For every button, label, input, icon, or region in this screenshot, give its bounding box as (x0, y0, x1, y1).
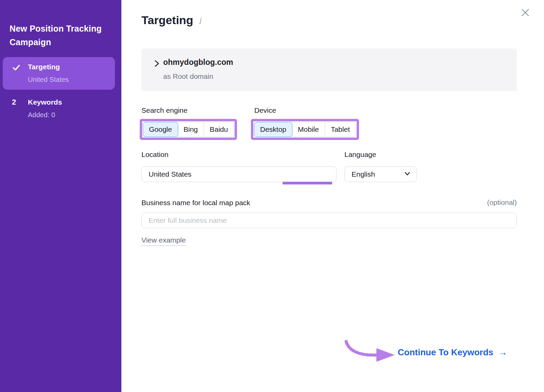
step-label-keywords: Keywords (28, 97, 62, 107)
domain-scope: as Root domain (163, 72, 213, 81)
domain-panel[interactable]: ohmydogblog.com as Root domain (141, 49, 517, 91)
segment-desktop[interactable]: Desktop (254, 122, 292, 137)
annotation-arrow-icon (343, 339, 399, 364)
step-sublabel-targeting: United States (28, 75, 69, 84)
campaign-title: New Position Tracking Campaign (10, 22, 118, 49)
device-control: Desktop Mobile Tablet (254, 122, 356, 137)
location-annotation-underline (283, 182, 332, 184)
location-label: Location (141, 150, 168, 159)
info-icon[interactable]: i (198, 16, 201, 26)
location-input[interactable] (141, 166, 337, 182)
continue-to-keywords-button[interactable]: Continue To Keywords → (398, 347, 507, 358)
segment-tablet[interactable]: Tablet (325, 122, 356, 137)
language-value: English (352, 170, 375, 178)
search-engine-annotation-box: Google Bing Baidu (140, 119, 237, 140)
sidebar-item-targeting[interactable]: Targeting United States (3, 57, 115, 90)
check-icon (12, 62, 22, 74)
search-engine-control: Google Bing Baidu (143, 122, 234, 137)
segment-bing[interactable]: Bing (178, 122, 204, 137)
new-campaign-modal: New Position Tracking Campaign Targeting… (0, 0, 544, 392)
language-select[interactable]: English (344, 166, 417, 182)
step-text: Targeting United States (28, 62, 69, 84)
arrow-right-icon: → (498, 348, 507, 357)
chevron-right-icon (153, 59, 161, 69)
step-text: Keywords Added: 0 (28, 97, 62, 119)
main-panel: Targeting i ohmydogblog.com as Root doma… (121, 0, 544, 392)
continue-label: Continue To Keywords (398, 347, 493, 358)
close-button[interactable] (518, 6, 532, 20)
language-label: Language (344, 150, 376, 159)
step-sublabel-keywords: Added: 0 (28, 110, 62, 119)
search-engine-label: Search engine (141, 106, 187, 115)
close-icon (519, 15, 531, 20)
segment-mobile[interactable]: Mobile (292, 122, 325, 137)
device-annotation-box: Desktop Mobile Tablet (251, 119, 359, 140)
sidebar: New Position Tracking Campaign Targeting… (0, 0, 121, 392)
view-example-link[interactable]: View example (141, 236, 186, 246)
business-name-input[interactable] (141, 213, 517, 228)
chevron-down-icon (404, 170, 411, 179)
domain-name: ohmydogblog.com (163, 58, 233, 67)
sidebar-item-keywords[interactable]: 2 Keywords Added: 0 (3, 92, 115, 125)
device-label: Device (254, 106, 276, 115)
step-label-targeting: Targeting (28, 62, 69, 72)
page-title: Targeting (141, 14, 193, 27)
segment-google[interactable]: Google (143, 122, 178, 137)
step-number: 2 (12, 97, 22, 107)
optional-note: (optional) (141, 198, 517, 207)
segment-baidu[interactable]: Baidu (204, 122, 234, 137)
